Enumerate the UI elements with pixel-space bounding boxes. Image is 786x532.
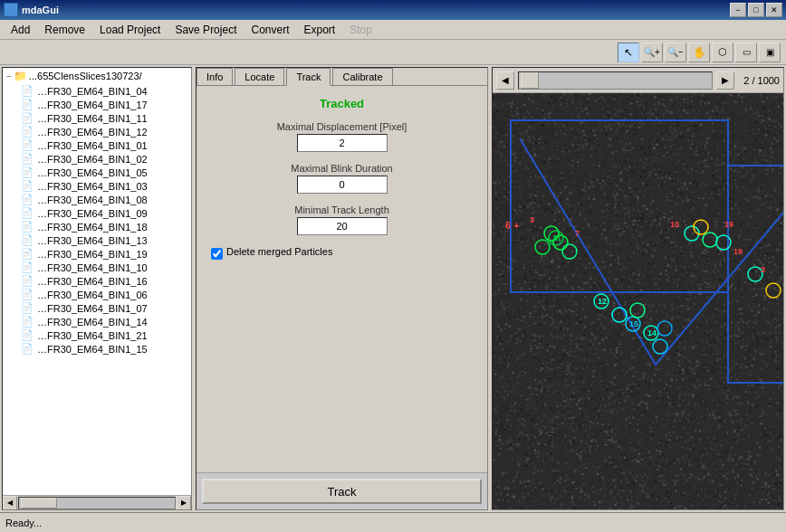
menu-remove[interactable]: Remove bbox=[37, 22, 92, 38]
tree-item[interactable]: 📄…FR30_EM64_BIN1_09 bbox=[3, 206, 191, 220]
app-icon bbox=[4, 3, 18, 17]
close-button[interactable]: ✕ bbox=[766, 3, 782, 17]
pan-button[interactable]: ✋ bbox=[688, 43, 710, 62]
zoom-in-icon: 🔍+ bbox=[644, 47, 660, 57]
file-icon: 📄 bbox=[21, 99, 34, 110]
tabs-and-content: Info Locate Track Calibrate Tracked Maxi… bbox=[194, 65, 786, 512]
tree-expand-icon[interactable]: − bbox=[6, 71, 12, 81]
tracked-status-label: Tracked bbox=[204, 97, 480, 110]
file-icon: 📄 bbox=[21, 316, 34, 328]
image-panel: ◀ ▶ 2 / 1000 bbox=[492, 67, 784, 510]
max-blink-input[interactable] bbox=[297, 176, 388, 194]
title-bar: mdaGui − □ ✕ bbox=[0, 0, 786, 20]
tree-item[interactable]: 📄…FR30_EM64_BIN1_01 bbox=[3, 138, 191, 152]
tree-root-item[interactable]: − 📁 ...655ClensSlices130723/ bbox=[3, 68, 191, 84]
tab-track[interactable]: Track bbox=[286, 68, 331, 86]
delete-merged-label: Delete merged Particles bbox=[226, 246, 332, 257]
tree-item[interactable]: 📄…FR30_EM64_BIN1_13 bbox=[3, 233, 191, 247]
zoom-out-button[interactable]: 🔍− bbox=[665, 43, 686, 62]
file-icon: 📄 bbox=[21, 112, 34, 124]
tree-item[interactable]: 📄…FR30_EM64_BIN1_02 bbox=[3, 152, 191, 166]
tab-info[interactable]: Info bbox=[196, 68, 233, 85]
tree-item[interactable]: 📄…FR30_EM64_BIN1_07 bbox=[3, 301, 191, 315]
color-button[interactable]: ▣ bbox=[759, 43, 781, 62]
tree-scroll[interactable]: − 📁 ...655ClensSlices130723/ 📄…FR30_EM64… bbox=[3, 68, 191, 495]
menu-stop: Stop bbox=[342, 22, 379, 38]
title-bar-controls[interactable]: − □ ✕ bbox=[730, 3, 782, 17]
file-icon: 📄 bbox=[21, 139, 34, 151]
file-icon: 📄 bbox=[21, 166, 34, 178]
tree-item[interactable]: 📄…FR30_EM64_BIN1_11 bbox=[3, 111, 191, 125]
pan-icon: ✋ bbox=[693, 46, 706, 59]
prev-frame-button[interactable]: ◀ bbox=[496, 71, 514, 90]
tree-item[interactable]: 📄…FR30_EM64_BIN1_14 bbox=[3, 315, 191, 328]
track-panel-content: Tracked Maximal Displacement [Pixel] Max… bbox=[196, 86, 487, 472]
tree-item[interactable]: 📄…FR30_EM64_BIN1_19 bbox=[3, 247, 191, 261]
minimize-button[interactable]: − bbox=[730, 3, 746, 17]
status-text: Ready... bbox=[5, 518, 42, 528]
menu-export[interactable]: Export bbox=[297, 22, 343, 38]
min-track-length-label: Minimal Track Length bbox=[294, 204, 389, 215]
next-frame-button[interactable]: ▶ bbox=[716, 71, 734, 90]
max-displacement-group: Maximal Displacement [Pixel] bbox=[204, 121, 480, 152]
track-button[interactable]: Track bbox=[202, 479, 482, 504]
tree-item[interactable]: 📄…FR30_EM64_BIN1_10 bbox=[3, 261, 191, 274]
menu-save-project[interactable]: Save Project bbox=[168, 22, 244, 38]
hscroll-track[interactable] bbox=[18, 497, 176, 509]
hscroll-left-button[interactable]: ◀ bbox=[3, 496, 17, 510]
max-displacement-label: Maximal Displacement [Pixel] bbox=[277, 121, 407, 132]
tree-item[interactable]: 📄…FR30_EM64_BIN1_18 bbox=[3, 220, 191, 233]
tabs-bar: Info Locate Track Calibrate bbox=[196, 68, 487, 86]
tree-items-container: 📄…FR30_EM64_BIN1_04📄…FR30_EM64_BIN1_17📄…… bbox=[3, 84, 191, 356]
measure-button[interactable]: ▭ bbox=[735, 43, 757, 62]
tree-item[interactable]: 📄…FR30_EM64_BIN1_17 bbox=[3, 98, 191, 111]
roi-icon: ⬡ bbox=[718, 46, 727, 58]
folder-icon: 📁 bbox=[14, 70, 27, 82]
max-displacement-input[interactable] bbox=[297, 134, 388, 152]
image-canvas-area[interactable] bbox=[493, 93, 783, 509]
tree-hscroll: ◀ ▶ bbox=[3, 495, 191, 509]
tree-item[interactable]: 📄…FR30_EM64_BIN1_12 bbox=[3, 125, 191, 138]
frame-slider[interactable] bbox=[518, 71, 713, 90]
tree-item[interactable]: 📄…FR30_EM64_BIN1_03 bbox=[3, 179, 191, 193]
tree-item[interactable]: 📄…FR30_EM64_BIN1_21 bbox=[3, 328, 191, 342]
file-icon: 📄 bbox=[21, 234, 34, 246]
maximize-button[interactable]: □ bbox=[748, 3, 764, 17]
file-icon: 📄 bbox=[21, 207, 34, 219]
file-icon: 📄 bbox=[21, 221, 34, 233]
delete-merged-checkbox[interactable] bbox=[211, 248, 223, 260]
file-icon: 📄 bbox=[21, 248, 34, 260]
tree-item[interactable]: 📄…FR30_EM64_BIN1_08 bbox=[3, 193, 191, 206]
file-icon: 📄 bbox=[21, 194, 34, 205]
right-panel: Info Locate Track Calibrate Tracked Maxi… bbox=[194, 65, 786, 512]
tab-locate[interactable]: Locate bbox=[235, 68, 284, 85]
menu-convert[interactable]: Convert bbox=[244, 22, 296, 38]
main-content: − 📁 ...655ClensSlices130723/ 📄…FR30_EM64… bbox=[0, 65, 786, 512]
cursor-tool-button[interactable]: ↖ bbox=[618, 43, 639, 62]
tree-item[interactable]: 📄…FR30_EM64_BIN1_05 bbox=[3, 166, 191, 179]
menu-load-project[interactable]: Load Project bbox=[92, 22, 168, 38]
roi-button[interactable]: ⬡ bbox=[712, 43, 733, 62]
min-track-length-input[interactable] bbox=[297, 217, 388, 235]
file-icon: 📄 bbox=[21, 153, 34, 165]
title-bar-left: mdaGui bbox=[4, 3, 59, 17]
tree-item[interactable]: 📄…FR30_EM64_BIN1_04 bbox=[3, 84, 191, 98]
tree-item[interactable]: 📄…FR30_EM64_BIN1_15 bbox=[3, 342, 191, 356]
frame-slider-thumb[interactable] bbox=[521, 72, 539, 89]
hscroll-right-button[interactable]: ▶ bbox=[177, 496, 191, 510]
menu-add[interactable]: Add bbox=[4, 22, 37, 38]
file-icon: 📄 bbox=[21, 289, 34, 300]
zoom-out-icon: 🔍− bbox=[667, 47, 684, 57]
tab-calibrate[interactable]: Calibrate bbox=[332, 68, 392, 85]
toolbar: ↖ 🔍+ 🔍− ✋ ⬡ ▭ ▣ bbox=[0, 40, 786, 65]
tree-item[interactable]: 📄…FR30_EM64_BIN1_06 bbox=[3, 288, 191, 301]
title-bar-title: mdaGui bbox=[22, 5, 59, 15]
zoom-in-button[interactable]: 🔍+ bbox=[641, 43, 663, 62]
max-blink-group: Maximal Blink Duration bbox=[204, 163, 480, 194]
status-bar: Ready... bbox=[0, 512, 786, 532]
frame-label: 2 / 1000 bbox=[743, 75, 780, 86]
tree-root-label: ...655ClensSlices130723/ bbox=[29, 71, 142, 81]
tree-panel: − 📁 ...655ClensSlices130723/ 📄…FR30_EM64… bbox=[2, 67, 192, 510]
file-icon: 📄 bbox=[21, 85, 34, 97]
tree-item[interactable]: 📄…FR30_EM64_BIN1_16 bbox=[3, 274, 191, 288]
